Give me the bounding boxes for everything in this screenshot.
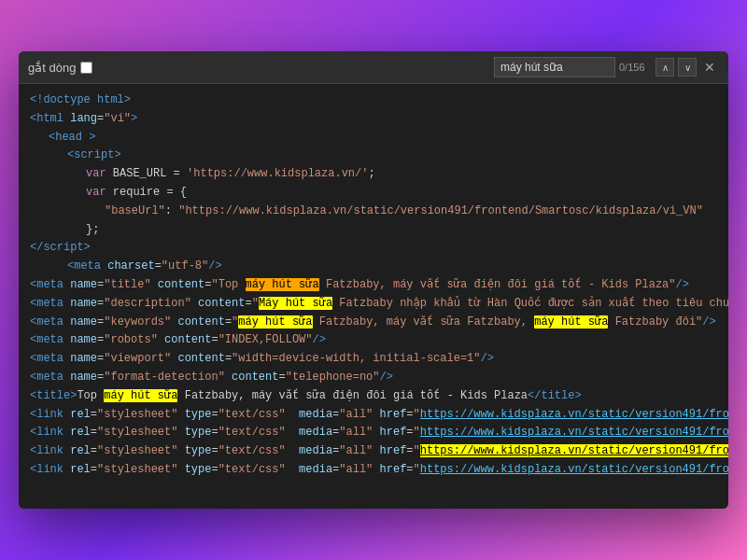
code-line: <link rel="stylesheet" type="text/css" m… — [30, 442, 717, 461]
code-line: <meta charset="utf-8"/> — [30, 258, 717, 276]
code-line: <link rel="stylesheet" type="text/css" m… — [30, 406, 717, 425]
code-line: <link rel="stylesheet" type="text/css" m… — [30, 461, 717, 480]
search-next-button[interactable]: ∨ — [678, 58, 697, 77]
code-line: "baseUrl": "https://www.kidsplaza.vn/sta… — [30, 203, 717, 221]
search-count: 0/156 — [619, 62, 652, 73]
editor-window: gắt dòng 0/156 ∧ ∨ ✕ <!doctype html> <ht… — [19, 51, 728, 509]
code-line: <html lang="vi"> — [30, 110, 717, 129]
search-input[interactable] — [494, 57, 615, 77]
code-line: <meta name="format-detection" content="t… — [30, 369, 717, 387]
search-close-button[interactable]: ✕ — [700, 61, 719, 74]
search-bar: 0/156 ∧ ∨ ✕ — [494, 57, 719, 77]
code-line: <script> — [30, 147, 717, 165]
code-line: var require = { — [30, 184, 717, 203]
code-line: <meta name="description" content="Máy hú… — [30, 295, 717, 314]
code-line: <head > — [30, 129, 717, 147]
code-line: <link rel="stylesheet" type="text/css" m… — [30, 424, 717, 442]
code-area[interactable]: <!doctype html> <html lang="vi"> <head >… — [19, 84, 728, 509]
toolbar: gắt dòng 0/156 ∧ ∨ ✕ — [19, 51, 728, 84]
search-prev-button[interactable]: ∧ — [655, 58, 674, 77]
code-line: <meta name="keywords" content="máy hút s… — [30, 314, 717, 332]
word-wrap-text: gắt dòng — [28, 61, 76, 75]
code-line: <meta name="robots" content="INDEX,FOLLO… — [30, 331, 717, 350]
code-line: <meta name="title" content="Top máy hút … — [30, 276, 717, 295]
code-line: var BASE_URL = 'https://www.kidsplaza.vn… — [30, 165, 717, 184]
word-wrap-checkbox[interactable] — [80, 62, 92, 74]
code-line: <meta name="viewport" content="width=dev… — [30, 350, 717, 369]
code-line: }; — [30, 221, 717, 240]
code-line: <!doctype html> — [30, 91, 717, 110]
word-wrap-label[interactable]: gắt dòng — [28, 61, 92, 75]
code-line: </script> — [30, 239, 717, 258]
code-line: <title>Top máy hút sữa Fatzbaby, máy vắt… — [30, 387, 717, 406]
